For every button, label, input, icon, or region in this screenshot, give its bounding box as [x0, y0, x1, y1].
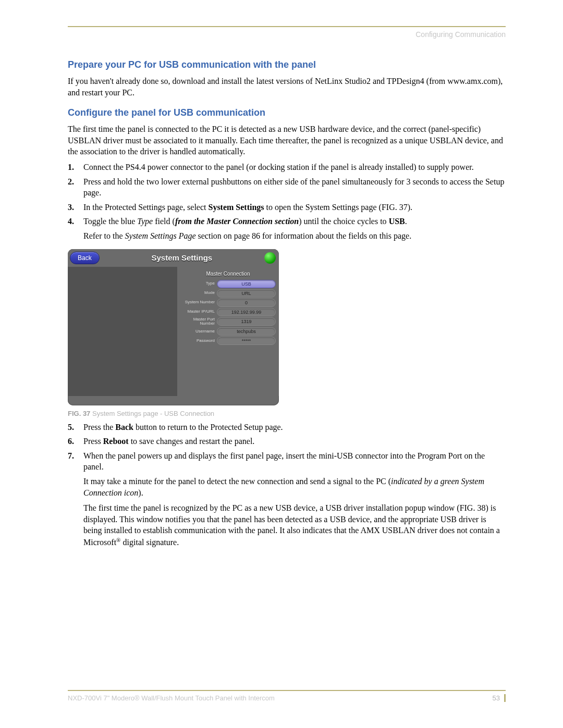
step-3: In the Protected Settings page, select S…: [68, 202, 506, 213]
top-rule: [68, 26, 506, 27]
step-1: Connect the PS4.4 power connector to the…: [68, 162, 506, 173]
step-7-p2a: It may take a minute for the panel to de…: [83, 477, 391, 486]
label-type: Type: [180, 281, 217, 286]
step-7-p1: When the panel powers up and displays th…: [83, 451, 485, 472]
steps-list-2: Press the Back button to return to the P…: [68, 422, 506, 548]
step-7-p2c: ).: [138, 488, 143, 497]
field-type[interactable]: USB: [217, 280, 276, 288]
field-pass[interactable]: *****: [217, 337, 276, 345]
panel-left-area: [68, 267, 177, 396]
figure-caption-text: System Settings page - USB Connection: [90, 410, 214, 417]
registered-icon: ®: [116, 537, 121, 543]
label-sysnum: System Number: [180, 300, 217, 305]
step-3-c: to open the System Settings page (FIG. 3…: [264, 203, 412, 212]
step-4-a: Toggle the blue: [83, 217, 137, 226]
heading-configure-panel: Configure the panel for USB communicatio…: [68, 107, 506, 118]
step-6: Press Reboot to save changes and restart…: [68, 436, 506, 447]
master-connection-heading: Master Connection: [180, 269, 276, 279]
figure-37: Back System Settings Master Connection T…: [68, 249, 506, 417]
step-4-c: field (: [153, 217, 175, 226]
step-4-e: ) until the choice cycles to: [299, 217, 388, 226]
para-prepare-pc: If you haven't already done so, download…: [68, 76, 506, 98]
para-configure-intro: The first time the panel is connected to…: [68, 124, 506, 157]
step-6-c: to save changes and restart the panel.: [129, 437, 255, 446]
label-port: Master Port Number: [180, 317, 217, 327]
field-ip[interactable]: 192.192.99.99: [217, 308, 276, 316]
field-user[interactable]: techpubs: [217, 327, 276, 336]
step-7: When the panel powers up and displays th…: [68, 450, 506, 548]
step-6-a: Press: [83, 437, 103, 446]
field-mode[interactable]: URL: [217, 289, 276, 298]
step-2: Press and hold the two lower external pu…: [68, 176, 506, 199]
header-section: Configuring Communication: [68, 30, 506, 39]
footer-page-number: 53: [493, 694, 506, 702]
step-2-text: Press and hold the two lower external pu…: [83, 177, 504, 198]
label-mode: Mode: [180, 291, 217, 295]
figure-number: FIG. 37: [68, 410, 90, 417]
status-light-icon: [264, 252, 276, 264]
step-6-b: Reboot: [103, 437, 129, 446]
back-button[interactable]: Back: [70, 252, 100, 264]
heading-prepare-pc: Prepare your PC for USB communication wi…: [68, 59, 506, 70]
step-4-g: .: [405, 217, 407, 226]
step-5-c: button to return to the Protected Setup …: [133, 423, 283, 431]
step-4-p2b: System Settings Page: [125, 231, 196, 240]
step-4-f: USB: [389, 217, 405, 226]
step-3-a: In the Protected Settings page, select: [83, 203, 208, 212]
step-4-d: from the Master Connection section: [175, 217, 299, 226]
step-5-b: Back: [115, 423, 133, 431]
step-7-p3: The first time the panel is recognized b…: [83, 502, 506, 548]
step-4-p2c: section on page 86 for information about…: [196, 231, 412, 240]
system-settings-panel: Back System Settings Master Connection T…: [68, 249, 279, 405]
step-7-p2: It may take a minute for the panel to de…: [83, 476, 506, 498]
footer-doc-title: NXD-700Vi 7" Modero® Wall/Flush Mount To…: [68, 694, 275, 702]
step-4-p2: Refer to the System Settings Page sectio…: [83, 230, 506, 242]
figure-caption: FIG. 37 System Settings page - USB Conne…: [68, 410, 506, 417]
label-pass: Password: [180, 339, 217, 343]
page-footer: NXD-700Vi 7" Modero® Wall/Flush Mount To…: [68, 690, 506, 702]
step-7-p3b: digital signature.: [121, 538, 179, 547]
label-user: Username: [180, 329, 217, 334]
panel-title: System Settings: [100, 253, 264, 262]
step-3-b: System Settings: [208, 203, 264, 212]
step-4: Toggle the blue Type field (from the Mas…: [68, 216, 506, 241]
field-sysnum[interactable]: 0: [217, 299, 276, 307]
label-ip: Master IP/URL: [180, 310, 217, 314]
steps-list-1: Connect the PS4.4 power connector to the…: [68, 162, 506, 242]
step-5: Press the Back button to return to the P…: [68, 422, 506, 433]
step-5-a: Press the: [83, 423, 115, 431]
step-4-b: Type: [137, 217, 153, 226]
field-port[interactable]: 1319: [217, 317, 276, 326]
step-4-p2a: Refer to the: [83, 231, 125, 240]
step-1-text: Connect the PS4.4 power connector to the…: [83, 163, 474, 171]
panel-right-area: Master Connection TypeUSB ModeURL System…: [177, 267, 279, 396]
